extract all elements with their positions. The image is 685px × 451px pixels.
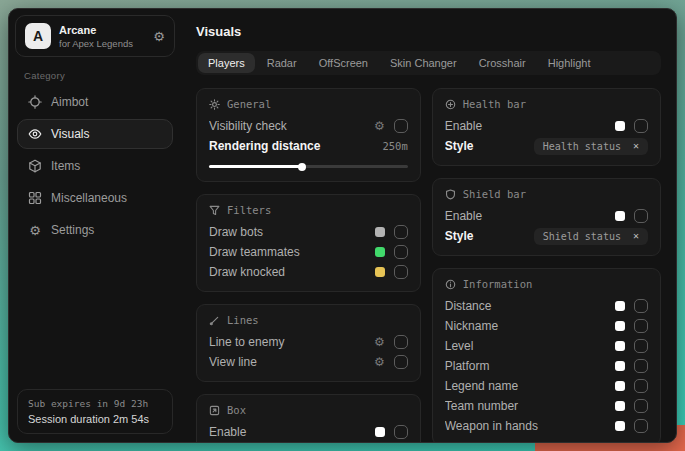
style-select[interactable]: Health status ✕ xyxy=(534,138,648,155)
checkbox[interactable] xyxy=(634,119,648,133)
sidebar-item-items[interactable]: Items xyxy=(17,151,173,181)
gear-icon[interactable]: ⚙ xyxy=(374,120,385,132)
close-icon[interactable]: ✕ xyxy=(633,141,639,151)
tab-skin-changer[interactable]: Skin Changer xyxy=(380,53,467,73)
sidebar-item-label: Aimbot xyxy=(51,95,88,109)
color-swatch[interactable] xyxy=(375,427,385,437)
panel-title: Health bar xyxy=(463,98,526,110)
color-swatch[interactable] xyxy=(375,247,385,257)
crosshair-icon xyxy=(28,95,42,109)
setting-label: Line to enemy xyxy=(209,335,374,349)
style-select-value: Shield status xyxy=(543,231,621,242)
tab-crosshair[interactable]: Crosshair xyxy=(469,53,536,73)
setting-label: View line xyxy=(209,355,374,369)
setting-label: Enable xyxy=(445,209,615,223)
checkbox[interactable] xyxy=(634,399,648,413)
sidebar-item-miscellaneous[interactable]: Miscellaneous xyxy=(17,183,173,213)
setting-row-distance: Distance xyxy=(445,296,648,316)
setting-label: Nickname xyxy=(445,319,615,333)
color-swatch[interactable] xyxy=(615,361,625,371)
color-swatch[interactable] xyxy=(615,381,625,391)
panel-information: Information Distance Nickname xyxy=(432,268,661,443)
sidebar-item-visuals[interactable]: Visuals xyxy=(17,119,173,149)
checkbox[interactable] xyxy=(634,299,648,313)
panel-header: Lines xyxy=(209,313,408,327)
sun-icon xyxy=(209,99,220,110)
sidebar-nav: Aimbot Visuals Items Misc xyxy=(15,87,175,245)
checkbox[interactable] xyxy=(634,379,648,393)
color-swatch[interactable] xyxy=(615,341,625,351)
close-icon[interactable]: ✕ xyxy=(633,231,639,241)
grid-icon xyxy=(28,191,42,205)
panel-header: Information xyxy=(445,277,648,291)
setting-label: Platform xyxy=(445,359,615,373)
panel-shield-bar: Shield bar Enable Style Shield status xyxy=(432,178,661,256)
tab-radar[interactable]: Radar xyxy=(257,53,307,73)
slider-fill xyxy=(209,165,302,168)
checkbox[interactable] xyxy=(394,245,408,259)
category-label: Category xyxy=(24,70,166,81)
gear-icon[interactable]: ⚙ xyxy=(374,336,385,348)
tab-offscreen[interactable]: OffScreen xyxy=(309,53,378,73)
tab-players[interactable]: Players xyxy=(198,53,255,73)
sidebar-item-label: Miscellaneous xyxy=(51,191,127,205)
checkbox[interactable] xyxy=(634,209,648,223)
checkbox[interactable] xyxy=(394,355,408,369)
setting-row-box-enable-background: Enable background xyxy=(209,442,408,443)
color-swatch[interactable] xyxy=(615,421,625,431)
slider-thumb[interactable] xyxy=(298,163,306,171)
info-icon xyxy=(445,279,456,290)
color-swatch[interactable] xyxy=(615,121,625,131)
checkbox[interactable] xyxy=(394,225,408,239)
checkbox[interactable] xyxy=(394,425,408,439)
gear-icon[interactable]: ⚙ xyxy=(374,356,385,368)
setting-label: Distance xyxy=(445,299,615,313)
funnel-icon xyxy=(209,205,220,216)
style-select-value: Health status xyxy=(543,141,621,152)
color-swatch[interactable] xyxy=(615,321,625,331)
checkbox[interactable] xyxy=(634,339,648,353)
panel-header: Health bar xyxy=(445,97,648,111)
setting-label: Weapon in hands xyxy=(445,419,615,433)
setting-label: Style xyxy=(445,139,534,153)
gear-icon[interactable]: ⚙ xyxy=(153,30,165,43)
sidebar-item-label: Visuals xyxy=(51,127,89,141)
setting-row-team-number: Team number xyxy=(445,396,648,416)
color-swatch[interactable] xyxy=(615,301,625,311)
panel-header: Shield bar xyxy=(445,187,648,201)
sidebar-item-label: Items xyxy=(51,159,80,173)
slider-value: 250m xyxy=(382,140,407,152)
rendering-distance-slider[interactable] xyxy=(209,161,408,172)
checkbox[interactable] xyxy=(634,359,648,373)
checkbox[interactable] xyxy=(394,119,408,133)
box-icon xyxy=(209,405,220,416)
color-swatch[interactable] xyxy=(375,227,385,237)
checkbox[interactable] xyxy=(394,335,408,349)
color-swatch[interactable] xyxy=(615,401,625,411)
health-icon xyxy=(445,99,456,110)
sidebar-item-aimbot[interactable]: Aimbot xyxy=(17,87,173,117)
panel-lines: Lines Line to enemy ⚙ View line ⚙ xyxy=(196,304,421,382)
tab-highlight[interactable]: Highlight xyxy=(538,53,601,73)
sidebar-item-settings[interactable]: ⚙ Settings xyxy=(17,215,173,245)
color-swatch[interactable] xyxy=(615,211,625,221)
setting-label: Enable xyxy=(445,119,615,133)
app-subtitle: for Apex Legends xyxy=(59,38,145,49)
panels-grid: General Visibility check ⚙ Rendering dis… xyxy=(196,88,661,443)
shield-icon xyxy=(445,189,456,200)
right-column: Health bar Enable Style Health status xyxy=(432,88,661,443)
setting-row-healthbar-style: Style Health status ✕ xyxy=(445,136,648,156)
setting-label: Draw bots xyxy=(209,225,375,239)
panel-title: Lines xyxy=(227,314,259,326)
checkbox[interactable] xyxy=(634,419,648,433)
setting-row-shieldbar-enable: Enable xyxy=(445,206,648,226)
page-title: Visuals xyxy=(196,24,661,39)
cube-icon xyxy=(28,159,42,173)
checkbox[interactable] xyxy=(394,265,408,279)
style-select[interactable]: Shield status ✕ xyxy=(534,228,648,245)
panel-general: General Visibility check ⚙ Rendering dis… xyxy=(196,88,421,182)
checkbox[interactable] xyxy=(634,319,648,333)
panel-title: General xyxy=(227,98,271,110)
app-window: A Arcane for Apex Legends ⚙ Category Aim… xyxy=(8,8,677,443)
color-swatch[interactable] xyxy=(375,267,385,277)
